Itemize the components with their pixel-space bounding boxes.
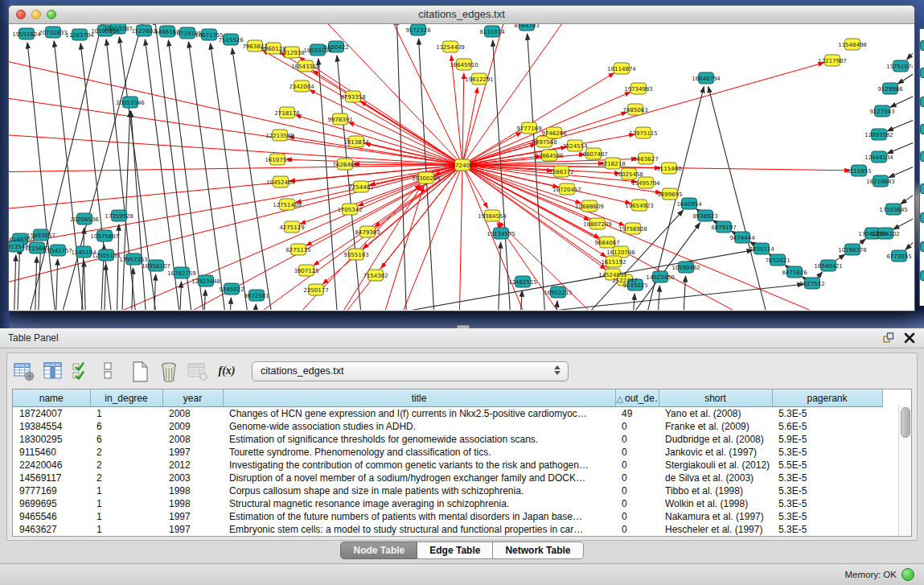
cell-short[interactable]: Stergiakouli et al. (2012) (659, 459, 772, 472)
cell-in_degree[interactable]: 1 (90, 497, 162, 510)
cell-year[interactable]: 1998 (162, 484, 223, 497)
table-row[interactable]: 2242004622012Investigating the contribut… (13, 459, 882, 472)
cell-pagerank[interactable]: 5.3E-5 (772, 497, 882, 510)
cell-title[interactable]: Corpus callosum shape and size in male p… (223, 484, 615, 497)
cell-in_degree[interactable]: 2 (90, 472, 162, 484)
cell-out_degree[interactable]: 0 (615, 484, 659, 497)
cell-title[interactable]: Structural magnetic resonance image aver… (223, 497, 615, 510)
cell-out_degree[interactable]: 0 (615, 459, 659, 472)
cell-year[interactable]: 1997 (162, 510, 223, 523)
cell-title[interactable]: Estimation of significance thresholds fo… (223, 433, 615, 446)
tab-network-table[interactable]: Network Table (493, 542, 583, 559)
cell-pagerank[interactable]: 5.6E-5 (772, 420, 882, 433)
cell-name[interactable]: 18300295 (13, 433, 90, 446)
vertical-scrollbar[interactable] (898, 405, 911, 536)
column-header-out-degree[interactable]: △out_de… (615, 389, 659, 407)
cell-name[interactable]: 9115460 (13, 446, 90, 459)
cell-in_degree[interactable]: 1 (90, 484, 162, 497)
cell-in_degree[interactable]: 1 (90, 407, 162, 421)
import-table-button[interactable] (186, 359, 210, 383)
create-column-button[interactable] (128, 359, 152, 383)
cell-year[interactable]: 2003 (162, 472, 223, 484)
cell-name[interactable]: 9699695 (13, 497, 90, 510)
column-visibility-button[interactable] (41, 359, 65, 383)
cell-out_degree[interactable]: 0 (615, 420, 659, 433)
table-row[interactable]: 969969511998Structural magnetic resonanc… (13, 497, 882, 510)
function-builder-button[interactable]: f(x) (215, 359, 239, 383)
tab-node-table[interactable]: Node Table (340, 542, 417, 559)
table-row[interactable]: 911546021997Tourette syndrome. Phenomeno… (13, 446, 882, 459)
cell-name[interactable]: 18724007 (13, 407, 90, 421)
cell-year[interactable]: 1997 (162, 446, 223, 459)
cell-in_degree[interactable]: 6 (90, 420, 162, 433)
cell-short[interactable]: Hescheler et al. (1997) (659, 523, 772, 536)
cell-in_degree[interactable]: 6 (90, 433, 162, 446)
cell-name[interactable]: 22420046 (13, 459, 90, 472)
cell-name[interactable]: 14569117 (13, 472, 90, 484)
scrollbar-thumb[interactable] (901, 407, 910, 438)
cell-name[interactable]: 9777169 (13, 484, 90, 497)
cell-title[interactable]: Disruption of a novel member of a sodium… (223, 472, 615, 484)
cell-name[interactable]: 19384554 (13, 420, 90, 433)
network-window-titlebar[interactable]: citations_edges.txt (9, 6, 914, 24)
table-row[interactable]: 1938455462009Genome-wide association stu… (13, 420, 882, 433)
cell-short[interactable]: Yano et al. (2008) (659, 407, 772, 421)
cell-title[interactable]: Investigating the contribution of common… (223, 459, 615, 472)
cell-pagerank[interactable]: 5.3E-5 (772, 446, 882, 459)
column-header-name[interactable]: name (13, 389, 90, 407)
table-mode-button[interactable] (12, 359, 36, 383)
table-row[interactable]: 1830029562008Estimation of significance … (13, 433, 882, 446)
network-canvas[interactable]: 1955162420732833112837941059099410553287… (9, 24, 913, 310)
cell-year[interactable]: 2009 (162, 420, 223, 433)
cell-in_degree[interactable]: 1 (90, 523, 162, 536)
cell-out_degree[interactable]: 0 (615, 433, 659, 446)
cell-out_degree[interactable]: 49 (615, 407, 659, 421)
cell-in_degree[interactable]: 1 (90, 510, 162, 523)
cell-short[interactable]: de Silva et al. (2003) (659, 472, 772, 484)
cell-in_degree[interactable]: 2 (90, 459, 162, 472)
cell-short[interactable]: Tibbo et al. (1998) (659, 484, 772, 497)
cell-title[interactable]: Genome-wide association studies in ADHD. (223, 420, 615, 433)
close-panel-icon[interactable] (903, 332, 916, 344)
cell-pagerank[interactable]: 5.3E-5 (772, 510, 882, 523)
cell-name[interactable]: 9463627 (13, 523, 90, 536)
column-header-in-degree[interactable]: in_degree (90, 389, 162, 407)
cell-short[interactable]: Dudbridge et al. (2008) (659, 433, 772, 446)
table-row[interactable]: 946362711997Embryonic stem cells: a mode… (13, 523, 882, 536)
cell-short[interactable]: Jankovic et al. (1997) (659, 446, 772, 459)
table-row[interactable]: 946554611997Estimation of the future num… (13, 510, 882, 523)
column-select-button[interactable] (70, 359, 94, 383)
cell-year[interactable]: 1998 (162, 497, 223, 510)
cell-out_degree[interactable]: 0 (615, 510, 659, 523)
table-row[interactable]: 977716911998Corpus callosum shape and si… (13, 484, 882, 497)
cell-title[interactable]: Estimation of the future numbers of pati… (223, 510, 615, 523)
cell-pagerank[interactable]: 5.3E-5 (772, 407, 882, 421)
cell-out_degree[interactable]: 0 (615, 497, 659, 510)
row-group-button[interactable] (99, 359, 123, 383)
cell-year[interactable]: 2012 (162, 459, 223, 472)
cell-pagerank[interactable]: 5.3E-5 (772, 472, 882, 484)
column-header-year[interactable]: year (162, 389, 223, 407)
column-header-short[interactable]: short (659, 389, 772, 407)
cell-pagerank[interactable]: 5.5E-5 (772, 459, 882, 472)
table-row[interactable]: 1456911722003Disruption of a novel membe… (13, 472, 882, 484)
cell-short[interactable]: Nakamura et al. (1997) (659, 510, 772, 523)
delete-column-button[interactable] (157, 359, 181, 383)
cell-title[interactable]: Tourette syndrome. Phenomenology and cla… (223, 446, 615, 459)
cell-year[interactable]: 1997 (162, 523, 223, 536)
table-row[interactable]: 1872400712008Changes of HCN gene express… (13, 407, 882, 421)
cell-short[interactable]: Wolkin et al. (1998) (659, 497, 772, 510)
tab-edge-table[interactable]: Edge Table (417, 542, 493, 559)
cell-year[interactable]: 2008 (162, 433, 223, 446)
cell-name[interactable]: 9465546 (13, 510, 90, 523)
cell-pagerank[interactable]: 5.9E-5 (772, 433, 882, 446)
cell-pagerank[interactable]: 5.3E-5 (772, 484, 882, 497)
cell-pagerank[interactable]: 5.3E-5 (772, 523, 882, 536)
cell-out_degree[interactable]: 0 (615, 523, 659, 536)
network-table-select[interactable]: citations_edges.txt (252, 361, 569, 381)
column-header-title[interactable]: title (223, 389, 615, 407)
cell-out_degree[interactable]: 0 (615, 446, 659, 459)
cell-year[interactable]: 2008 (162, 407, 223, 421)
float-panel-icon[interactable] (882, 332, 895, 344)
cell-out_degree[interactable]: 0 (615, 472, 659, 484)
